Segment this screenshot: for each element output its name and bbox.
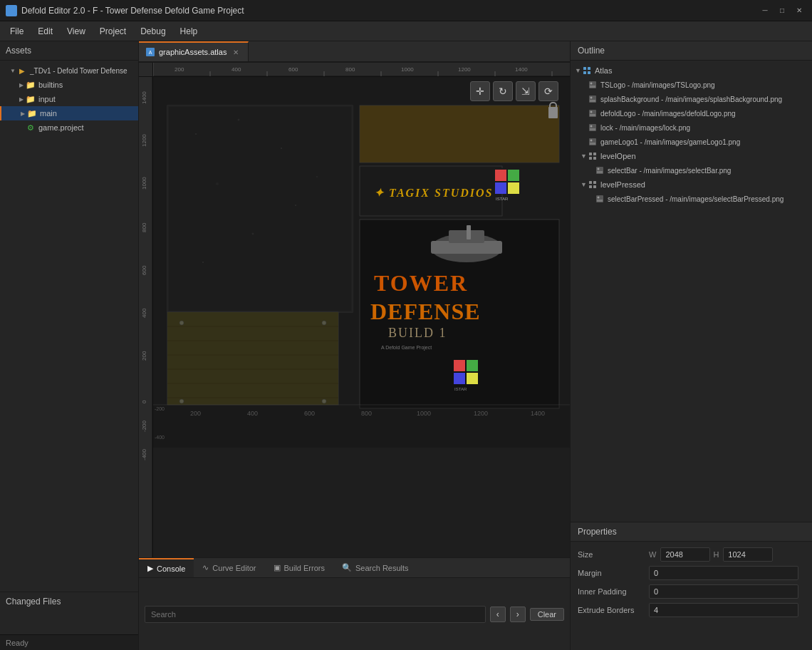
tree-item-input[interactable]: ▶ 📁 input: [0, 92, 138, 106]
outline-item-tslogo[interactable]: TSLogo - /main/images/TSLogo.png: [571, 78, 812, 92]
svg-text:200: 200: [175, 66, 184, 73]
svg-text:800: 800: [141, 222, 147, 232]
tree-item-builtins[interactable]: ▶ 📁 builtins: [0, 78, 138, 92]
svg-rect-117: [589, 153, 592, 155]
clear-button[interactable]: Clear: [530, 608, 564, 621]
outline-item-splashbg[interactable]: splashBackground - /main/images/splashBa…: [571, 92, 812, 106]
outline-item-selectbarpressed[interactable]: selectBarPressed - /main/images/selectBa…: [571, 192, 812, 206]
properties-panel: Properties Size W H Margin: [571, 522, 812, 650]
svg-text:400: 400: [231, 66, 241, 73]
svg-point-116: [590, 140, 593, 142]
svg-rect-67: [508, 182, 519, 194]
folder-icon-root: ▶: [17, 66, 27, 76]
outline-item-atlas[interactable]: ▼ Atlas: [571, 63, 812, 78]
console-tab-label: Console: [157, 564, 185, 573]
menu-debug[interactable]: Debug: [133, 24, 172, 39]
svg-rect-119: [589, 157, 592, 160]
prop-value-size: W H: [649, 547, 805, 562]
tab-search-results[interactable]: 🔍 Search Results: [333, 558, 417, 577]
svg-text:800: 800: [345, 66, 355, 73]
outline-label-selectbarpressed: selectBarPressed - /main/images/selectBa…: [608, 195, 784, 203]
svg-rect-66: [495, 182, 506, 194]
prop-label-margin: Margin: [578, 569, 649, 577]
tab-build-errors[interactable]: ▣ Build Errors: [265, 558, 333, 577]
svg-point-44: [316, 176, 318, 177]
svg-point-43: [202, 262, 204, 263]
ruler-corner: [139, 63, 153, 77]
outline-item-selectbar[interactable]: selectBar - /main/images/selectBar.png: [571, 163, 812, 177]
properties-header: Properties: [571, 522, 812, 542]
svg-point-39: [281, 148, 282, 149]
menu-view[interactable]: View: [60, 24, 93, 39]
tab-graphic-assets[interactable]: A graphicAssets.atlas ✕: [139, 41, 249, 61]
move-tool-button[interactable]: ✛: [470, 81, 490, 101]
svg-point-40: [216, 182, 219, 185]
svg-point-38: [238, 119, 240, 121]
prop-row-size: Size W H: [578, 547, 805, 562]
prop-value-inner-padding: [649, 584, 805, 599]
rotate-tool-button[interactable]: ↻: [493, 81, 513, 101]
scale-tool-button[interactable]: ⇲: [516, 81, 536, 101]
atlas-icon: [582, 66, 592, 76]
outline-label-splashbg: splashBackground - /main/images/splashBa…: [600, 96, 782, 103]
tab-bar: A graphicAssets.atlas ✕: [139, 41, 570, 63]
outline-item-defoldlogo[interactable]: defoldLogo - /main/images/defoldLogo.png: [571, 106, 812, 120]
title-bar: Defold Editor 2.0 - F - Tower Defense De…: [0, 0, 812, 21]
minimize-button[interactable]: ─: [758, 4, 772, 18]
assets-panel: Assets ▼ ▶ _TDv1 - Defold Tower Defense …: [0, 41, 139, 650]
folder-icon-input: 📁: [26, 94, 36, 104]
svg-text:-200: -200: [141, 420, 147, 432]
atlas-canvas: ✦ TAGIX STUDIOS ISTAR TOW: [153, 77, 570, 557]
maximize-button[interactable]: □: [775, 4, 789, 18]
search-input[interactable]: [145, 606, 486, 623]
tree-item-gameproject[interactable]: ⚙ game.project: [0, 120, 138, 135]
outline-item-gamelogo1[interactable]: gameLogo1 - /main/images/gameLogo1.png: [571, 135, 812, 149]
ruler-vertical: 1400 1200 1000 800 600 400 200 0 -200 -4…: [139, 77, 153, 557]
svg-text:A Defold Game Project: A Defold Game Project: [381, 345, 432, 351]
canvas-area[interactable]: 200 400 600 800 1000 1200 1400 1600 1800…: [139, 63, 570, 557]
svg-rect-120: [593, 157, 596, 160]
svg-text:200: 200: [190, 410, 201, 417]
prop-input-inner-padding[interactable]: [649, 584, 798, 599]
tree-item-main[interactable]: ▶ 📁 main: [0, 106, 138, 120]
prop-input-width[interactable]: [660, 547, 710, 562]
window-controls: ─ □ ✕: [758, 4, 806, 18]
curve-editor-label: Curve Editor: [212, 564, 256, 572]
outline-item-levelopen[interactable]: ▼ levelOpen: [571, 149, 812, 163]
tab-label-graphic-assets: graphicAssets.atlas: [159, 48, 227, 56]
tab-curve-editor[interactable]: ∿ Curve Editor: [194, 558, 264, 577]
console-tabs: ▶ Console ∿ Curve Editor ▣ Build Errors …: [139, 558, 570, 578]
menu-file[interactable]: File: [3, 24, 31, 39]
menu-project[interactable]: Project: [93, 24, 133, 39]
assets-tree: ▼ ▶ _TDv1 - Defold Tower Defense ▶ 📁 bui…: [0, 61, 138, 592]
svg-rect-100: [583, 71, 586, 74]
refresh-tool-button[interactable]: ⟳: [538, 81, 558, 101]
prev-result-button[interactable]: ‹: [490, 607, 506, 622]
svg-rect-58: [360, 105, 559, 162]
prop-input-height[interactable]: [723, 547, 773, 562]
tab-close-graphic-assets[interactable]: ✕: [231, 47, 241, 57]
ruler-horizontal: 200 400 600 800 1000 1200 1400 1600 1800…: [153, 63, 570, 77]
prop-row-extrude-borders: Extrude Borders: [578, 603, 805, 617]
properties-content: Size W H Margin I: [571, 542, 812, 650]
close-button[interactable]: ✕: [792, 4, 806, 18]
next-result-button[interactable]: ›: [510, 607, 526, 622]
outline-item-levelpressed[interactable]: ▼ levelPressed: [571, 177, 812, 192]
menu-edit[interactable]: Edit: [31, 24, 60, 39]
tree-item-root[interactable]: ▼ ▶ _TDv1 - Defold Tower Defense: [0, 63, 138, 78]
svg-point-55: [179, 399, 184, 403]
svg-rect-118: [593, 153, 596, 155]
outline-item-lock[interactable]: lock - /main/images/lock.png: [571, 120, 812, 135]
changed-files-label: Changed Files: [6, 597, 132, 607]
outline-panel: Outline ▼ Atlas TSLogo - /main/images/TS…: [571, 41, 812, 522]
prop-input-extrude-borders[interactable]: [649, 603, 798, 617]
svg-text:DEFENSE: DEFENSE: [370, 299, 481, 324]
search-results-label: Search Results: [355, 564, 409, 572]
image-icon-tslogo: [588, 80, 598, 90]
menu-help[interactable]: Help: [173, 24, 205, 39]
tree-label-gameproject: game.project: [38, 123, 84, 132]
svg-text:ISTAR: ISTAR: [454, 387, 467, 391]
tab-console[interactable]: ▶ Console: [139, 558, 194, 577]
prop-input-margin[interactable]: [649, 566, 798, 580]
svg-text:400: 400: [247, 410, 258, 417]
